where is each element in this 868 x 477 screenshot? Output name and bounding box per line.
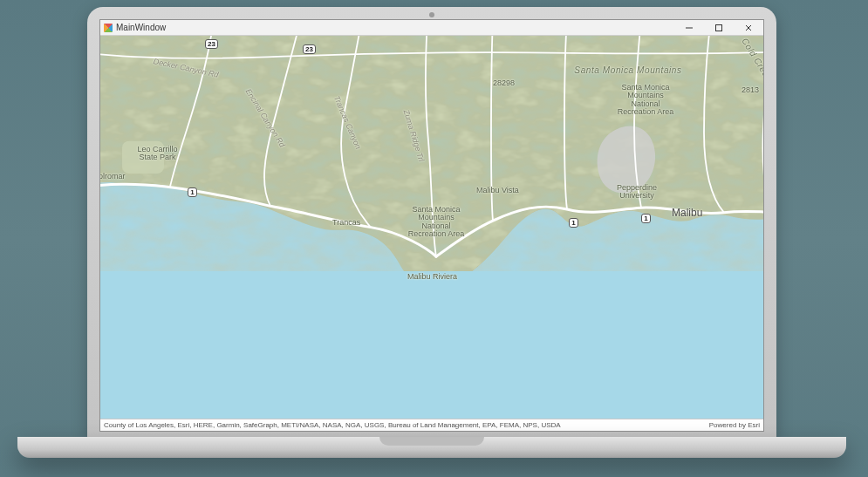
maximize-button[interactable]: [704, 20, 734, 35]
map-view[interactable]: Santa Monica Mountains 28298 2813 Cold C…: [100, 36, 763, 419]
route-shield-sr1-west: 1: [188, 187, 197, 197]
close-button[interactable]: [734, 20, 763, 35]
laptop-camera: [429, 12, 434, 17]
attribution-powered-by: Powered by Esri: [709, 421, 760, 429]
maximize-icon: [714, 24, 723, 32]
route-shield-sr23-south: 23: [303, 44, 316, 54]
window-title: MainWindow: [116, 23, 166, 32]
window-titlebar[interactable]: MainWindow: [100, 20, 763, 36]
minimize-button[interactable]: [674, 20, 704, 35]
svg-rect-4: [122, 141, 164, 174]
laptop-base: [17, 437, 846, 458]
attribution-sources: County of Los Angeles, Esri, HERE, Garmi…: [104, 421, 561, 429]
laptop-mockup: MainWindow: [87, 7, 776, 458]
map-terrain: [100, 36, 763, 271]
close-icon: [744, 24, 753, 32]
minimize-icon: [685, 24, 694, 32]
svg-rect-1: [716, 24, 722, 31]
app-icon: [104, 24, 113, 32]
trackpad-notch: [379, 437, 484, 446]
route-shield-sr23-north: 23: [205, 39, 218, 49]
label-malibu-riviera: Malibu Riviera: [407, 273, 457, 281]
route-shield-sr1-mid: 1: [569, 218, 578, 228]
route-shield-sr1-east: 1: [641, 214, 651, 223]
app-window: MainWindow: [99, 19, 764, 432]
map-attribution-bar: County of Los Angeles, Esri, HERE, Garmi…: [100, 419, 763, 431]
laptop-bezel: MainWindow: [87, 7, 776, 437]
